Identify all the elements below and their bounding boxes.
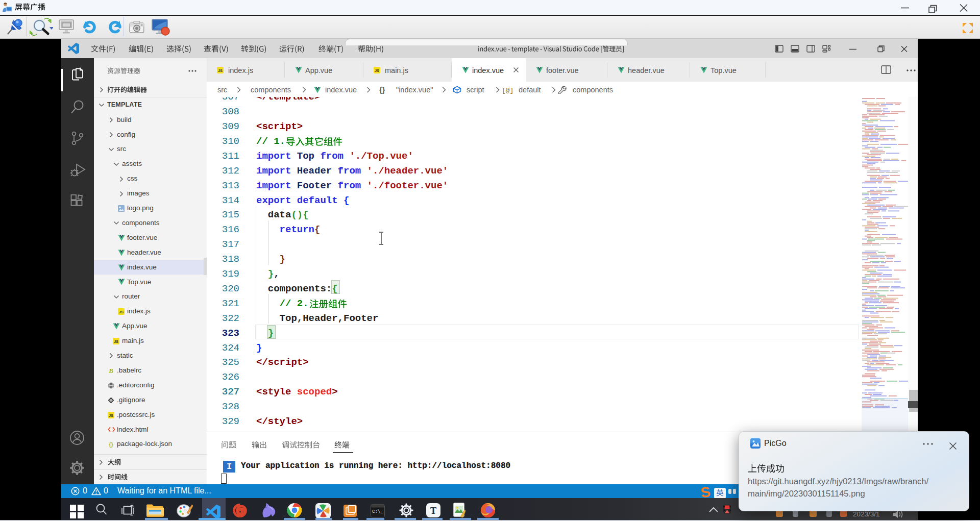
svg-text:T: T [430, 506, 436, 516]
svg-text:C:\_: C:\_ [372, 509, 383, 514]
svg-text:S: S [700, 485, 712, 499]
